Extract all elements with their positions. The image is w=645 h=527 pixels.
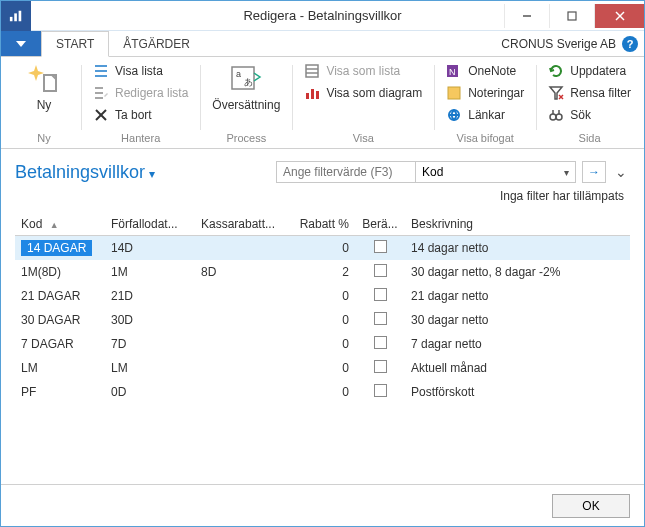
- cell-kassarabatt[interactable]: [195, 236, 285, 261]
- table-row[interactable]: 30 DAGAR30D030 dagar netto: [15, 308, 630, 332]
- cell-berakna[interactable]: [355, 284, 405, 308]
- cell-kod[interactable]: PF: [21, 385, 36, 399]
- filter-value-input[interactable]: [276, 161, 416, 183]
- table-row[interactable]: LMLM0Aktuell månad: [15, 356, 630, 380]
- clear-filter-button[interactable]: Rensa filter: [544, 83, 635, 103]
- cell-kod[interactable]: 1M(8D): [21, 265, 61, 279]
- cell-rabatt[interactable]: 2: [285, 260, 355, 284]
- cell-rabatt[interactable]: 0: [285, 356, 355, 380]
- cell-forfallo[interactable]: LM: [105, 356, 195, 380]
- col-berakna[interactable]: Berä...: [355, 213, 405, 236]
- tab-strip: START ÅTGÄRDER CRONUS Sverige AB ?: [1, 31, 644, 57]
- cell-kod[interactable]: 21 DAGAR: [21, 289, 80, 303]
- cell-kassarabatt[interactable]: 8D: [195, 260, 285, 284]
- checkbox-icon[interactable]: [374, 360, 387, 373]
- cell-rabatt[interactable]: 0: [285, 284, 355, 308]
- expand-filter-button[interactable]: ⌄: [612, 161, 630, 183]
- checkbox-icon[interactable]: [374, 288, 387, 301]
- cell-berakna[interactable]: [355, 356, 405, 380]
- notes-button[interactable]: Noteringar: [442, 83, 528, 103]
- cell-beskrivning[interactable]: 21 dagar netto: [405, 284, 630, 308]
- ribbon-group-sida-label: Sida: [544, 130, 635, 148]
- cell-forfallo[interactable]: 14D: [105, 236, 195, 261]
- cell-forfallo[interactable]: 30D: [105, 308, 195, 332]
- svg-rect-26: [316, 91, 319, 99]
- show-as-chart-button[interactable]: Visa som diagram: [300, 83, 426, 103]
- cell-rabatt[interactable]: 0: [285, 380, 355, 404]
- table-row[interactable]: PF0D0Postförskott: [15, 380, 630, 404]
- cell-kassarabatt[interactable]: [195, 284, 285, 308]
- cell-kassarabatt[interactable]: [195, 332, 285, 356]
- file-menu-button[interactable]: [1, 31, 41, 56]
- col-rabatt[interactable]: Rabatt %: [285, 213, 355, 236]
- page-header: Betalningsvillkor ▾ Kod ▾ → ⌄: [1, 149, 644, 187]
- cell-rabatt[interactable]: 0: [285, 332, 355, 356]
- cell-kassarabatt[interactable]: [195, 308, 285, 332]
- translation-button[interactable]: a あ Översättning: [208, 61, 284, 114]
- cell-rabatt[interactable]: 0: [285, 236, 355, 261]
- refresh-button[interactable]: Uppdatera: [544, 61, 635, 81]
- tab-actions[interactable]: ÅTGÄRDER: [109, 31, 205, 56]
- checkbox-icon[interactable]: [374, 240, 387, 253]
- apply-filter-button[interactable]: →: [582, 161, 606, 183]
- maximize-button[interactable]: [549, 4, 594, 28]
- search-button[interactable]: Sök: [544, 105, 635, 125]
- table-row[interactable]: 1M(8D)1M8D230 dagar netto, 8 dagar -2%: [15, 260, 630, 284]
- cell-forfallo[interactable]: 7D: [105, 332, 195, 356]
- cell-beskrivning[interactable]: Aktuell månad: [405, 356, 630, 380]
- edit-list-button[interactable]: Redigera lista: [89, 83, 192, 103]
- minimize-button[interactable]: [504, 4, 549, 28]
- cell-berakna[interactable]: [355, 308, 405, 332]
- ok-button-label: OK: [582, 499, 599, 513]
- cell-berakna[interactable]: [355, 236, 405, 261]
- help-icon[interactable]: ?: [622, 36, 638, 52]
- checkbox-icon[interactable]: [374, 264, 387, 277]
- view-list-button[interactable]: Visa lista: [89, 61, 192, 81]
- table-row[interactable]: 7 DAGAR7D07 dagar netto: [15, 332, 630, 356]
- show-as-list-button[interactable]: Visa som lista: [300, 61, 426, 81]
- cell-kod[interactable]: LM: [21, 361, 38, 375]
- cell-beskrivning[interactable]: 30 dagar netto: [405, 308, 630, 332]
- page-title-dropdown[interactable]: Betalningsvillkor ▾: [15, 162, 155, 183]
- cell-rabatt[interactable]: 0: [285, 308, 355, 332]
- links-button[interactable]: Länkar: [442, 105, 528, 125]
- col-kassarabatt[interactable]: Kassarabatt...: [195, 213, 285, 236]
- cell-kassarabatt[interactable]: [195, 356, 285, 380]
- table-row[interactable]: 21 DAGAR21D021 dagar netto: [15, 284, 630, 308]
- cell-kassarabatt[interactable]: [195, 380, 285, 404]
- onenote-button[interactable]: N OneNote: [442, 61, 528, 81]
- cell-beskrivning[interactable]: Postförskott: [405, 380, 630, 404]
- col-kod[interactable]: Kod ▲: [15, 213, 105, 236]
- close-button[interactable]: [594, 4, 644, 28]
- checkbox-icon[interactable]: [374, 384, 387, 397]
- refresh-icon: [548, 63, 564, 79]
- new-button[interactable]: Ny: [15, 61, 73, 114]
- cell-kod[interactable]: 7 DAGAR: [21, 337, 74, 351]
- tab-start[interactable]: START: [41, 31, 109, 57]
- table-row[interactable]: 14 DAGAR14D014 dagar netto: [15, 236, 630, 261]
- cell-forfallo[interactable]: 1M: [105, 260, 195, 284]
- ribbon-group-hantera-label: Hantera: [89, 130, 192, 148]
- ribbon: Ny Ny Visa lista Redigera lista: [1, 57, 644, 149]
- cell-berakna[interactable]: [355, 260, 405, 284]
- cell-beskrivning[interactable]: 30 dagar netto, 8 dagar -2%: [405, 260, 630, 284]
- ribbon-group-visa-bifogat-label: Visa bifogat: [442, 130, 528, 148]
- col-beskrivning[interactable]: Beskrivning: [405, 213, 630, 236]
- checkbox-icon[interactable]: [374, 312, 387, 325]
- cell-kod[interactable]: 30 DAGAR: [21, 313, 80, 327]
- col-forfallo[interactable]: Förfallodat...: [105, 213, 195, 236]
- delete-button[interactable]: Ta bort: [89, 105, 192, 125]
- cell-kod[interactable]: 14 DAGAR: [21, 240, 92, 256]
- filter-field-select[interactable]: Kod ▾: [416, 161, 576, 183]
- cell-forfallo[interactable]: 0D: [105, 380, 195, 404]
- cell-berakna[interactable]: [355, 332, 405, 356]
- window-controls: [504, 4, 644, 28]
- svg-rect-0: [10, 16, 13, 20]
- data-grid[interactable]: Kod ▲ Förfallodat... Kassarabatt... Raba…: [15, 213, 630, 404]
- checkbox-icon[interactable]: [374, 336, 387, 349]
- cell-berakna[interactable]: [355, 380, 405, 404]
- cell-beskrivning[interactable]: 7 dagar netto: [405, 332, 630, 356]
- cell-forfallo[interactable]: 21D: [105, 284, 195, 308]
- cell-beskrivning[interactable]: 14 dagar netto: [405, 236, 630, 261]
- ok-button[interactable]: OK: [552, 494, 630, 518]
